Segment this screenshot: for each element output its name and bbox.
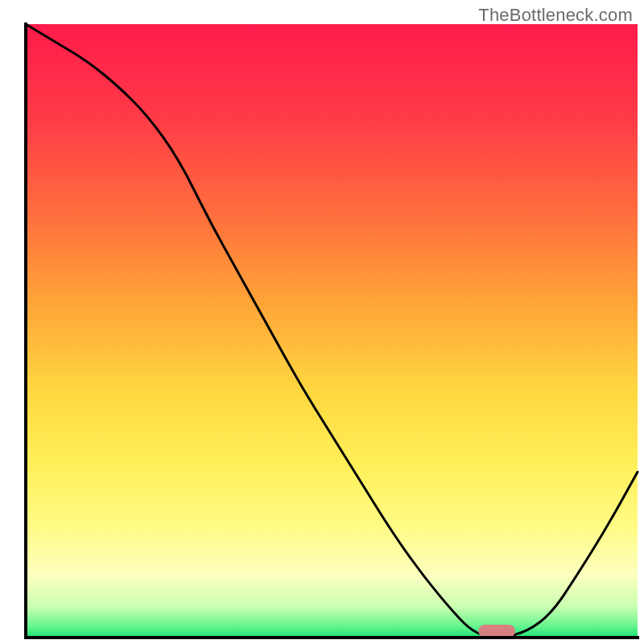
watermark-text: TheBottleneck.com <box>478 5 633 26</box>
gradient-background <box>26 24 638 638</box>
chart-canvas: TheBottleneck.com <box>0 0 644 644</box>
bottleneck-chart <box>0 0 644 644</box>
optimum-marker <box>478 625 515 638</box>
